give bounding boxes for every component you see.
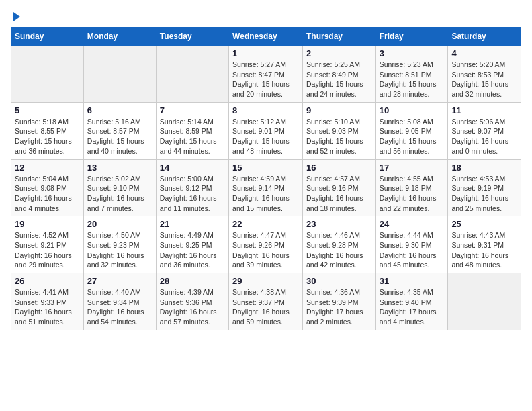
calendar-week-2: 5Sunrise: 5:18 AM Sunset: 8:55 PM Daylig…: [11, 102, 521, 159]
calendar-cell: 20Sunrise: 4:50 AM Sunset: 9:23 PM Dayli…: [83, 216, 156, 273]
calendar-cell: [83, 46, 156, 103]
calendar-table: SundayMondayTuesdayWednesdayThursdayFrid…: [11, 27, 521, 330]
weekday-header-tuesday: Tuesday: [156, 28, 228, 46]
calendar-cell: 31Sunrise: 4:35 AM Sunset: 9:40 PM Dayli…: [375, 273, 448, 330]
calendar-cell: 2Sunrise: 5:25 AM Sunset: 8:49 PM Daylig…: [302, 46, 375, 103]
day-info: Sunrise: 5:08 AM Sunset: 9:05 PM Dayligh…: [380, 117, 445, 156]
day-number: 8: [232, 105, 299, 116]
calendar-cell: 8Sunrise: 5:12 AM Sunset: 9:01 PM Daylig…: [229, 102, 303, 159]
day-number: 18: [451, 163, 517, 173]
day-info: Sunrise: 4:46 AM Sunset: 9:28 PM Dayligh…: [306, 230, 372, 270]
calendar-cell: 5Sunrise: 5:18 AM Sunset: 8:55 PM Daylig…: [11, 102, 84, 159]
calendar-cell: 30Sunrise: 4:36 AM Sunset: 9:39 PM Dayli…: [302, 273, 375, 330]
calendar-cell: 14Sunrise: 5:00 AM Sunset: 9:12 PM Dayli…: [156, 159, 228, 216]
calendar-week-1: 1Sunrise: 5:27 AM Sunset: 8:47 PM Daylig…: [11, 46, 521, 103]
day-info: Sunrise: 4:38 AM Sunset: 9:37 PM Dayligh…: [232, 287, 299, 327]
day-number: 13: [87, 163, 152, 173]
calendar-week-3: 12Sunrise: 5:04 AM Sunset: 9:08 PM Dayli…: [11, 159, 521, 216]
day-info: Sunrise: 5:23 AM Sunset: 8:51 PM Dayligh…: [380, 60, 445, 99]
calendar-cell: 10Sunrise: 5:08 AM Sunset: 9:05 PM Dayli…: [375, 102, 448, 159]
day-info: Sunrise: 5:14 AM Sunset: 8:59 PM Dayligh…: [160, 117, 225, 156]
day-info: Sunrise: 4:53 AM Sunset: 9:19 PM Dayligh…: [451, 174, 517, 214]
day-info: Sunrise: 5:10 AM Sunset: 9:03 PM Dayligh…: [306, 117, 372, 156]
day-number: 12: [15, 163, 80, 173]
day-info: Sunrise: 4:40 AM Sunset: 9:34 PM Dayligh…: [87, 287, 152, 327]
day-number: 24: [380, 219, 445, 229]
day-info: Sunrise: 5:02 AM Sunset: 9:10 PM Dayligh…: [87, 174, 152, 214]
day-info: Sunrise: 5:25 AM Sunset: 8:49 PM Dayligh…: [306, 60, 372, 99]
day-info: Sunrise: 4:35 AM Sunset: 9:40 PM Dayligh…: [380, 287, 445, 327]
day-number: 26: [15, 276, 80, 286]
day-info: Sunrise: 4:39 AM Sunset: 9:36 PM Dayligh…: [160, 287, 225, 327]
day-number: 4: [451, 48, 517, 58]
calendar-cell: 28Sunrise: 4:39 AM Sunset: 9:36 PM Dayli…: [156, 273, 228, 330]
weekday-header-friday: Friday: [375, 28, 448, 46]
day-number: 27: [87, 276, 152, 286]
weekday-header-row: SundayMondayTuesdayWednesdayThursdayFrid…: [11, 28, 521, 46]
day-info: Sunrise: 4:57 AM Sunset: 9:16 PM Dayligh…: [306, 174, 372, 214]
day-number: 5: [15, 105, 80, 116]
calendar-cell: 13Sunrise: 5:02 AM Sunset: 9:10 PM Dayli…: [83, 159, 156, 216]
day-number: 30: [306, 276, 372, 286]
day-info: Sunrise: 5:20 AM Sunset: 8:53 PM Dayligh…: [451, 60, 517, 99]
calendar-cell: 7Sunrise: 5:14 AM Sunset: 8:59 PM Daylig…: [156, 102, 228, 159]
calendar-week-5: 26Sunrise: 4:41 AM Sunset: 9:33 PM Dayli…: [11, 273, 521, 330]
weekday-header-saturday: Saturday: [448, 28, 521, 46]
calendar-cell: 19Sunrise: 4:52 AM Sunset: 9:21 PM Dayli…: [11, 216, 84, 273]
day-info: Sunrise: 5:16 AM Sunset: 8:57 PM Dayligh…: [87, 117, 152, 156]
calendar-cell: 15Sunrise: 4:59 AM Sunset: 9:14 PM Dayli…: [229, 159, 303, 216]
day-info: Sunrise: 4:50 AM Sunset: 9:23 PM Dayligh…: [87, 230, 152, 270]
day-number: 20: [87, 219, 152, 229]
day-number: 29: [232, 276, 299, 286]
day-number: 11: [451, 105, 517, 116]
calendar-cell: 11Sunrise: 5:06 AM Sunset: 9:07 PM Dayli…: [448, 102, 521, 159]
day-number: 23: [306, 219, 372, 229]
calendar-cell: 12Sunrise: 5:04 AM Sunset: 9:08 PM Dayli…: [11, 159, 84, 216]
calendar-cell: 17Sunrise: 4:55 AM Sunset: 9:18 PM Dayli…: [375, 159, 448, 216]
day-info: Sunrise: 5:04 AM Sunset: 9:08 PM Dayligh…: [15, 174, 80, 214]
day-number: 17: [380, 163, 445, 173]
calendar-week-4: 19Sunrise: 4:52 AM Sunset: 9:21 PM Dayli…: [11, 216, 521, 273]
day-info: Sunrise: 4:47 AM Sunset: 9:26 PM Dayligh…: [232, 230, 299, 270]
day-number: 9: [306, 105, 372, 116]
weekday-header-wednesday: Wednesday: [229, 28, 303, 46]
day-info: Sunrise: 4:43 AM Sunset: 9:31 PM Dayligh…: [451, 230, 517, 270]
day-number: 2: [306, 48, 372, 58]
calendar-cell: 23Sunrise: 4:46 AM Sunset: 9:28 PM Dayli…: [302, 216, 375, 273]
calendar-cell: [156, 46, 228, 103]
calendar-cell: 24Sunrise: 4:44 AM Sunset: 9:30 PM Dayli…: [375, 216, 448, 273]
day-info: Sunrise: 5:18 AM Sunset: 8:55 PM Dayligh…: [15, 117, 80, 156]
calendar-cell: 9Sunrise: 5:10 AM Sunset: 9:03 PM Daylig…: [302, 102, 375, 159]
calendar-cell: 1Sunrise: 5:27 AM Sunset: 8:47 PM Daylig…: [229, 46, 303, 103]
day-info: Sunrise: 4:41 AM Sunset: 9:33 PM Dayligh…: [15, 287, 80, 327]
day-info: Sunrise: 4:49 AM Sunset: 9:25 PM Dayligh…: [160, 230, 225, 270]
day-info: Sunrise: 4:52 AM Sunset: 9:21 PM Dayligh…: [15, 230, 80, 270]
calendar-cell: 27Sunrise: 4:40 AM Sunset: 9:34 PM Dayli…: [83, 273, 156, 330]
day-number: 7: [160, 105, 225, 116]
calendar-cell: 3Sunrise: 5:23 AM Sunset: 8:51 PM Daylig…: [375, 46, 448, 103]
calendar-cell: 18Sunrise: 4:53 AM Sunset: 9:19 PM Dayli…: [448, 159, 521, 216]
day-number: 28: [160, 276, 225, 286]
day-info: Sunrise: 4:55 AM Sunset: 9:18 PM Dayligh…: [380, 174, 445, 214]
calendar-cell: 16Sunrise: 4:57 AM Sunset: 9:16 PM Dayli…: [302, 159, 375, 216]
calendar-cell: 21Sunrise: 4:49 AM Sunset: 9:25 PM Dayli…: [156, 216, 228, 273]
calendar-cell: [448, 273, 521, 330]
day-number: 21: [160, 219, 225, 229]
weekday-header-sunday: Sunday: [11, 28, 84, 46]
logo: [11, 11, 20, 21]
day-info: Sunrise: 4:36 AM Sunset: 9:39 PM Dayligh…: [306, 287, 372, 327]
day-info: Sunrise: 5:00 AM Sunset: 9:12 PM Dayligh…: [160, 174, 225, 214]
weekday-header-monday: Monday: [83, 28, 156, 46]
day-info: Sunrise: 5:06 AM Sunset: 9:07 PM Dayligh…: [451, 117, 517, 156]
day-info: Sunrise: 5:12 AM Sunset: 9:01 PM Dayligh…: [232, 117, 299, 156]
day-number: 31: [380, 276, 445, 286]
day-number: 1: [232, 48, 299, 58]
calendar-cell: 22Sunrise: 4:47 AM Sunset: 9:26 PM Dayli…: [229, 216, 303, 273]
day-info: Sunrise: 5:27 AM Sunset: 8:47 PM Dayligh…: [232, 60, 299, 99]
calendar-cell: 25Sunrise: 4:43 AM Sunset: 9:31 PM Dayli…: [448, 216, 521, 273]
day-number: 15: [232, 163, 299, 173]
page-header: [11, 11, 521, 21]
day-number: 14: [160, 163, 225, 173]
day-info: Sunrise: 4:59 AM Sunset: 9:14 PM Dayligh…: [232, 174, 299, 214]
calendar-cell: 26Sunrise: 4:41 AM Sunset: 9:33 PM Dayli…: [11, 273, 84, 330]
